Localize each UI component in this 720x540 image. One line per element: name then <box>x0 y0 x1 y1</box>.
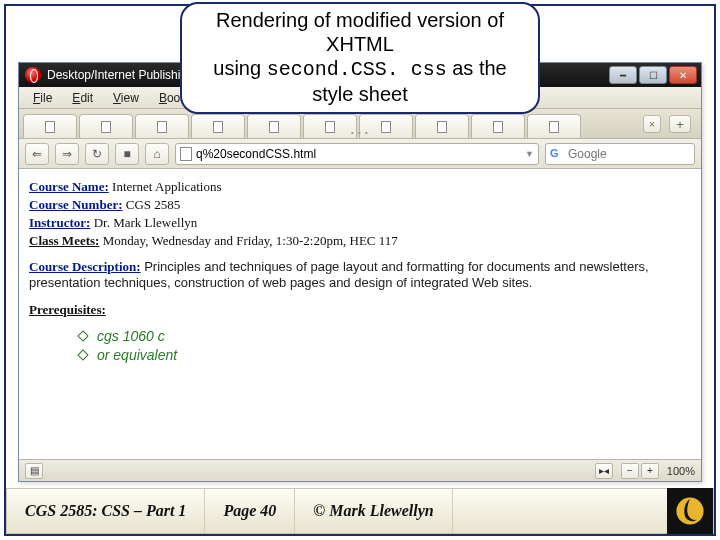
tab-overflow-icon: • • • <box>351 128 369 137</box>
instructor-value: Dr. Mark Llewellyn <box>94 215 198 230</box>
course-number-value: CGS 2585 <box>126 197 181 212</box>
browser-tab[interactable] <box>527 114 581 138</box>
browser-tab[interactable] <box>191 114 245 138</box>
browser-tab[interactable] <box>415 114 469 138</box>
browser-tab[interactable] <box>135 114 189 138</box>
window-controls: ━ ☐ ✕ <box>609 66 697 84</box>
prerequisites-label: Prerequisites: <box>29 302 691 318</box>
close-button[interactable]: ✕ <box>669 66 697 84</box>
course-name-label: Course Name: <box>29 179 109 194</box>
zoom-in-button[interactable]: + <box>641 463 659 479</box>
url-text: q%20secondCSS.html <box>196 147 316 161</box>
diamond-bullet-icon <box>77 330 88 341</box>
prereq-text: or equivalent <box>97 347 177 363</box>
page-icon <box>493 121 503 133</box>
course-name-row: Course Name: Internet Applications <box>29 179 691 195</box>
browser-tab[interactable] <box>79 114 133 138</box>
page-icon <box>45 121 55 133</box>
page-content: Course Name: Internet Applications Cours… <box>19 169 701 459</box>
course-description-label: Course Description: <box>29 259 141 274</box>
opera-logo-icon <box>25 67 41 83</box>
browser-tab[interactable] <box>23 114 77 138</box>
course-number-row: Course Number: CGS 2585 <box>29 197 691 213</box>
page-icon <box>101 121 111 133</box>
page-icon <box>325 121 335 133</box>
ucf-logo-icon <box>667 488 713 534</box>
page-icon <box>157 121 167 133</box>
stop-button[interactable]: ■ <box>115 143 139 165</box>
search-placeholder: Google <box>568 147 607 161</box>
prerequisites-list: cgs 1060 c or equivalent <box>79 328 691 363</box>
menu-edit[interactable]: Edit <box>62 89 103 107</box>
forward-button[interactable]: ⇒ <box>55 143 79 165</box>
panel-toggle-icon[interactable]: ▸◂ <box>595 463 613 479</box>
diamond-bullet-icon <box>77 349 88 360</box>
home-button[interactable]: ⌂ <box>145 143 169 165</box>
course-number-label: Course Number: <box>29 197 123 212</box>
page-icon <box>213 121 223 133</box>
menu-file[interactable]: File <box>23 89 62 107</box>
title-line1: Rendering of modified version of XHTML <box>210 8 510 56</box>
browser-tab[interactable] <box>247 114 301 138</box>
page-icon <box>549 121 559 133</box>
back-button[interactable]: ⇐ <box>25 143 49 165</box>
course-name-value: Internet Applications <box>112 179 221 194</box>
google-icon: G <box>550 147 564 161</box>
close-tab-button[interactable]: × <box>643 115 661 133</box>
search-input[interactable]: G Google <box>545 143 695 165</box>
browser-tab[interactable] <box>471 114 525 138</box>
class-meets-label: Class Meets: <box>29 233 99 248</box>
course-description: Course Description: Principles and techn… <box>29 259 691 290</box>
instructor-label: Instructor: <box>29 215 90 230</box>
class-meets-row: Class Meets: Monday, Wednesday and Frida… <box>29 233 691 249</box>
view-mode-icon[interactable]: ▤ <box>25 463 43 479</box>
reload-button[interactable]: ↻ <box>85 143 109 165</box>
footer-center: Page 40 <box>205 489 295 533</box>
footer-left: CGS 2585: CSS – Part 1 <box>7 489 205 533</box>
page-icon <box>437 121 447 133</box>
browser-tab[interactable] <box>303 114 357 138</box>
menu-view[interactable]: View <box>103 89 149 107</box>
prereq-text: cgs 1060 c <box>97 328 165 344</box>
page-icon <box>180 147 192 161</box>
page-icon <box>381 121 391 133</box>
list-item: cgs 1060 c <box>79 328 691 344</box>
page-icon <box>269 121 279 133</box>
class-meets-value: Monday, Wednesday and Friday, 1:30-2:20p… <box>103 233 398 248</box>
url-input[interactable]: q%20secondCSS.html ▼ <box>175 143 539 165</box>
title-line2: using second.CSS. css as the style sheet <box>210 56 510 106</box>
slide-footer: CGS 2585: CSS – Part 1 Page 40 © Mark Ll… <box>6 488 714 534</box>
maximize-button[interactable]: ☐ <box>639 66 667 84</box>
chevron-down-icon: ▼ <box>525 149 534 159</box>
zoom-level: 100% <box>667 465 695 477</box>
instructor-row: Instructor: Dr. Mark Llewellyn <box>29 215 691 231</box>
list-item: or equivalent <box>79 347 691 363</box>
slide-title: Rendering of modified version of XHTML u… <box>180 2 540 114</box>
footer-right: © Mark Llewellyn <box>295 489 452 533</box>
status-bar: ▤ ▸◂ − + 100% <box>19 459 701 481</box>
new-tab-button[interactable]: + <box>669 115 691 133</box>
zoom-control: − + <box>621 463 659 479</box>
browser-window: Desktop/Internet Publishing Spring 2010 … <box>18 62 702 482</box>
address-bar: ⇐ ⇒ ↻ ■ ⌂ q%20secondCSS.html ▼ G Google <box>19 139 701 169</box>
minimize-button[interactable]: ━ <box>609 66 637 84</box>
zoom-out-button[interactable]: − <box>621 463 639 479</box>
